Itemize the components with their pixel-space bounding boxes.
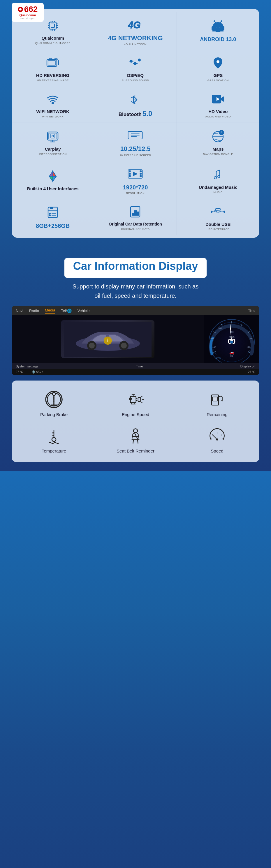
feature-usb: Double USB USB INTERFACE xyxy=(177,199,259,235)
svg-text:40: 40 xyxy=(214,346,216,348)
svg-rect-91 xyxy=(134,211,137,215)
svg-rect-90 xyxy=(132,213,134,215)
display-off: Display off xyxy=(240,365,255,368)
feature-subtitle-hd: HD REVERSING IMAGE xyxy=(37,79,69,82)
info-icons-grid: ! Parking Brake xyxy=(14,386,257,456)
svg-point-43 xyxy=(216,60,220,64)
feature-title-wifi: WIFI NETWORK xyxy=(36,109,69,114)
seat-belt-label: Seat Belt Reminder xyxy=(117,448,154,454)
svg-text:80: 80 xyxy=(231,354,233,357)
svg-point-134 xyxy=(230,341,233,344)
svg-marker-104 xyxy=(223,211,225,213)
camera-icon xyxy=(45,55,60,70)
screen-icon xyxy=(128,128,143,143)
svg-point-55 xyxy=(52,135,54,137)
svg-marker-76 xyxy=(133,172,137,176)
svg-marker-68 xyxy=(49,171,53,176)
svg-rect-147 xyxy=(138,397,141,402)
usb-icon xyxy=(210,204,225,219)
svg-rect-17 xyxy=(213,29,223,31)
svg-line-79 xyxy=(216,170,220,171)
feature-title-storage: 8GB+256GB xyxy=(36,222,70,229)
temp-left: 27 °C xyxy=(16,370,23,374)
nav-vehicle: Vehicle xyxy=(78,309,90,313)
feature-title-res: 1920*720 xyxy=(123,184,148,191)
svg-point-19 xyxy=(219,27,220,28)
svg-line-170 xyxy=(138,440,138,443)
svg-line-172 xyxy=(212,435,217,439)
data-icon xyxy=(128,204,143,219)
svg-marker-65 xyxy=(53,171,56,176)
feature-title-music: Undamaged Music xyxy=(199,185,238,190)
feature-subtitle-wifi: WIFI NETWORK xyxy=(42,115,63,118)
feature-hd-video: HD Video AUDIO AND VIDEO xyxy=(177,86,259,122)
svg-line-159 xyxy=(221,396,222,397)
feature-title-video: HD Video xyxy=(208,109,228,114)
engine-speed-label: Engine Speed xyxy=(122,412,149,417)
feature-hd-reversing: HD REVERSING HD REVERSING IMAGE xyxy=(12,50,94,86)
svg-text:160: 160 xyxy=(230,331,234,333)
feature-music: Undamaged Music MUSIC xyxy=(177,161,259,199)
svg-rect-25 xyxy=(222,27,224,30)
svg-rect-83 xyxy=(51,207,53,209)
feature-subtitle-screen: 10.25/12.5 HD SCREEN xyxy=(119,154,151,157)
feature-title-4g: 4G NETWORKING xyxy=(108,34,162,42)
gps-icon xyxy=(210,55,225,70)
svg-line-153 xyxy=(141,396,143,397)
svg-text:240: 240 xyxy=(250,337,253,339)
svg-text:-40°C: -40°C xyxy=(215,357,221,360)
temp-right: 27 °C xyxy=(248,370,255,374)
feature-ui: Built-in 4 User Interfaces xyxy=(12,161,94,199)
svg-point-87 xyxy=(49,215,51,216)
feature-title-ui: Built-in 4 User Interfaces xyxy=(27,186,79,191)
feature-storage: 8GB+256GB xyxy=(12,199,94,235)
svg-rect-73 xyxy=(140,170,142,172)
feature-title-maps: Maps xyxy=(212,147,223,152)
4g-icon: 4G xyxy=(128,17,143,32)
svg-line-177 xyxy=(221,434,222,436)
sys-settings: System settings xyxy=(16,365,38,368)
feature-subtitle-usb: USB INTERFACE xyxy=(207,228,229,231)
svg-text:200: 200 xyxy=(210,337,214,339)
badge-number: 662 xyxy=(24,5,38,13)
car-info-description: Support to display many car information,… xyxy=(12,282,259,301)
svg-rect-54 xyxy=(51,134,55,138)
dash-nav: Navi Radio Media Tel/🌐 Vehicle Time xyxy=(12,306,259,315)
svg-rect-74 xyxy=(140,173,142,175)
car-info-section: Car Information Display Support to displ… xyxy=(0,249,271,471)
feature-title-screen: 10.25/12.5 xyxy=(120,145,151,153)
svg-text:i: i xyxy=(107,338,109,343)
svg-point-18 xyxy=(216,27,217,28)
feature-title-car-data: Original Car Data Retention xyxy=(109,222,162,227)
svg-rect-1 xyxy=(51,24,55,27)
qualcomm-badge: 662 Qualcomm snapdragon xyxy=(12,3,44,22)
feature-subtitle-video: AUDIO AND VIDEO xyxy=(205,115,231,118)
svg-marker-67 xyxy=(49,176,53,182)
feature-title-gps: GPS xyxy=(213,73,222,78)
svg-rect-70 xyxy=(129,170,130,172)
feature-title-android: ANDROID 13.0 xyxy=(200,36,236,43)
svg-text:120: 120 xyxy=(246,346,250,348)
bluetooth-icon xyxy=(128,92,143,107)
nav-navi: Navi xyxy=(16,309,23,313)
temperature-icon xyxy=(44,426,64,446)
svg-point-94 xyxy=(217,211,219,213)
info-speed: Speed xyxy=(178,423,257,456)
feature-subtitle-car-data: ORIGINAL CAR DATA xyxy=(121,227,150,230)
features-section: 662 Qualcomm snapdragon xyxy=(0,0,271,249)
maps-icon xyxy=(210,129,225,144)
feature-bluetooth: Bluetooth 5.0 xyxy=(94,86,177,122)
svg-rect-24 xyxy=(212,27,213,30)
wifi-icon xyxy=(45,92,60,106)
svg-rect-157 xyxy=(212,397,218,401)
music-icon xyxy=(210,167,225,182)
feature-subtitle-gps: GPS LOCATION xyxy=(208,79,229,82)
badge-brand: Qualcomm xyxy=(20,13,36,17)
features-grid: Qualcomm QUALCOMM EIGHT-CORE 4G 4G NETWO… xyxy=(12,12,259,235)
nav-tel: Tel/🌐 xyxy=(61,309,71,313)
nav-media: Media xyxy=(45,308,55,313)
feature-android: ANDROID 13.0 xyxy=(177,12,259,50)
features-card: Qualcomm QUALCOMM EIGHT-CORE 4G 4G NETWO… xyxy=(12,9,259,238)
feature-subtitle-music: MUSIC xyxy=(214,191,223,194)
feature-subtitle-dsp: SURROUND SOUND xyxy=(122,79,149,82)
